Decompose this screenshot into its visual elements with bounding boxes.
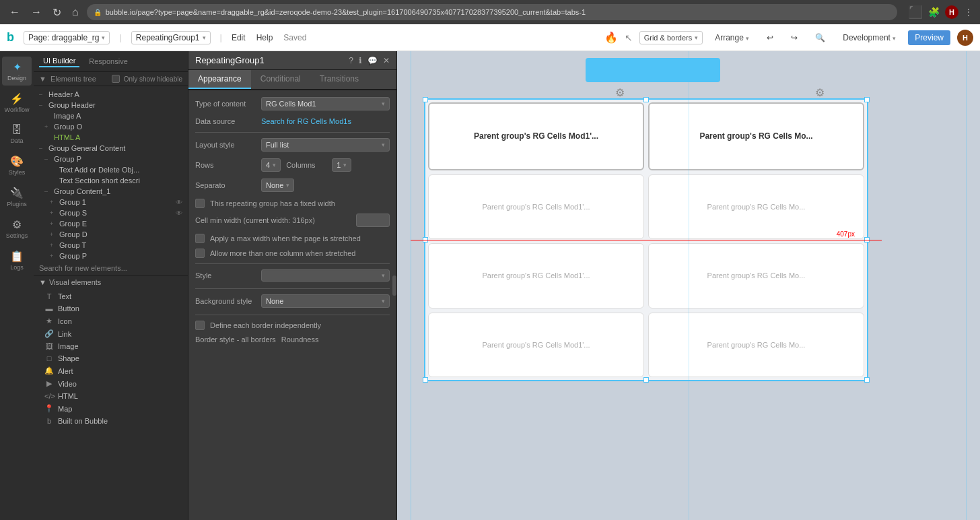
- tab-ui-builder[interactable]: UI Builder: [39, 55, 79, 67]
- sidebar-item-styles[interactable]: 🎨 Styles: [2, 151, 32, 180]
- tree-item-group-d[interactable]: + Group D: [34, 229, 188, 240]
- allow-more-columns-checkbox[interactable]: [195, 249, 205, 258]
- handle-tc[interactable]: [643, 97, 649, 102]
- toolbar-menu: Edit Help Saved: [232, 33, 306, 42]
- flame-icon[interactable]: 🔥: [604, 31, 618, 44]
- tab-responsive[interactable]: Responsive: [85, 56, 131, 67]
- fixed-width-checkbox[interactable]: [195, 199, 205, 208]
- visual-item-alert[interactable]: 🔔 Alert: [34, 364, 188, 377]
- home-button[interactable]: ⌂: [69, 5, 81, 20]
- help-menu[interactable]: Help: [256, 33, 273, 42]
- profile-icon[interactable]: H: [945, 5, 958, 19]
- cell-min-width-input[interactable]: 100: [356, 214, 390, 227]
- arrange-button[interactable]: Arrange ▾: [709, 30, 755, 45]
- development-button[interactable]: Development ▾: [837, 30, 901, 45]
- tree-item-content-1[interactable]: – Group Content_1: [34, 186, 188, 197]
- visual-elements-header[interactable]: ▼ Visual elements: [34, 275, 188, 289]
- user-avatar[interactable]: H: [957, 30, 973, 46]
- search-elements[interactable]: Search for new elements...: [34, 261, 188, 275]
- info-icon[interactable]: ℹ: [359, 56, 362, 65]
- visual-item-image[interactable]: 🖼 Image: [34, 340, 188, 352]
- rows-select[interactable]: 4 ▾: [261, 158, 281, 172]
- help-icon[interactable]: ?: [349, 56, 353, 65]
- visual-item-video[interactable]: ▶ Video: [34, 377, 188, 390]
- menu-icon[interactable]: ⋮: [964, 7, 973, 18]
- visual-item-built-on-bubble[interactable]: b Built on Bubble: [34, 415, 188, 427]
- forward-button[interactable]: →: [28, 5, 44, 20]
- data-source-row: Data source Search for RG Cells Mod1s: [195, 117, 390, 125]
- edit-menu[interactable]: Edit: [232, 33, 246, 42]
- tree-toggle-group-header: –: [39, 102, 46, 108]
- repeating-group-wrapper[interactable]: 407px ⚙ ⚙ Parent group's RG Cells Mod1'.…: [424, 98, 868, 381]
- sidebar-item-settings[interactable]: ⚙ Settings: [2, 214, 32, 243]
- grid-borders-button[interactable]: Grid & borders ▾: [639, 31, 703, 44]
- visual-item-map[interactable]: 📍 Map: [34, 402, 188, 415]
- tree-item-group-e[interactable]: + Group E: [34, 218, 188, 229]
- undo-button[interactable]: ↩: [761, 30, 779, 45]
- comment-icon[interactable]: 💬: [368, 56, 378, 65]
- url-bar[interactable]: 🔒 bubble.io/page?type=page&name=draggabl…: [87, 4, 897, 20]
- redo-button[interactable]: ↪: [785, 30, 803, 45]
- border-independent-checkbox[interactable]: [195, 321, 205, 330]
- ext-icon-1: ⬛: [908, 5, 923, 20]
- sidebar-item-logs[interactable]: 📋 Logs: [2, 246, 32, 275]
- tree-item-group-1[interactable]: + Group 1 👁: [34, 197, 188, 207]
- close-icon[interactable]: ✕: [383, 56, 390, 65]
- sidebar-item-workflow[interactable]: ⚡ Workflow: [2, 88, 32, 117]
- page-selector[interactable]: Page: draggable_rg ▾: [24, 31, 110, 44]
- tree-item-text-section[interactable]: Text Section short descri: [34, 175, 188, 186]
- visual-item-link[interactable]: 🔗 Link: [34, 327, 188, 340]
- tree-item-image-a[interactable]: Image A: [34, 110, 188, 121]
- sidebar-item-data[interactable]: 🗄 Data: [2, 120, 32, 148]
- resize-handle[interactable]: [392, 275, 396, 296]
- background-style-select[interactable]: None ▾: [261, 294, 390, 308]
- tree-item-group-o[interactable]: + Group O: [34, 121, 188, 132]
- tree-item-html-a[interactable]: HTML A: [34, 132, 188, 143]
- data-source-value[interactable]: Search for RG Cells Mod1s: [261, 117, 351, 125]
- tab-conditional[interactable]: Conditional: [251, 70, 310, 89]
- bg-chevron-icon: ▾: [382, 298, 385, 304]
- visual-item-button[interactable]: ▬ Button: [34, 302, 188, 315]
- tree-item-group-header[interactable]: – Group Header: [34, 100, 188, 110]
- handle-tl[interactable]: [423, 97, 428, 102]
- visual-item-shape[interactable]: □ Shape: [34, 352, 188, 364]
- design-icon: ✦: [13, 61, 22, 73]
- ext-icon-2: 🧩: [928, 7, 940, 18]
- handle-tr[interactable]: [864, 97, 870, 102]
- back-button[interactable]: ←: [7, 5, 23, 20]
- tree-item-general-content[interactable]: – Group General Content: [34, 143, 188, 154]
- tab-transitions[interactable]: Transitions: [310, 70, 368, 89]
- columns-select[interactable]: 1 ▾: [332, 158, 351, 172]
- tree-item-group-t[interactable]: + Group T: [34, 240, 188, 251]
- type-content-chevron-icon: ▾: [382, 100, 385, 107]
- page-name: Page: draggable_rg: [28, 33, 99, 42]
- separator-select[interactable]: None ▾: [261, 178, 294, 192]
- handle-bl[interactable]: [423, 377, 428, 383]
- sidebar-item-design[interactable]: ✦ Design: [2, 57, 32, 86]
- tree-item-header-a[interactable]: – Header A: [34, 89, 188, 100]
- layout-style-select[interactable]: Full list ▾: [261, 138, 390, 152]
- plugins-icon: 🔌: [10, 187, 24, 199]
- tree-item-group-p2[interactable]: + Group P: [34, 251, 188, 261]
- handle-br[interactable]: [864, 377, 870, 383]
- tab-appearance[interactable]: Appearance: [188, 70, 251, 89]
- max-width-checkbox[interactable]: [195, 234, 205, 243]
- preview-button[interactable]: Preview: [908, 30, 950, 45]
- type-of-content-select[interactable]: RG Cells Mod1 ▾: [261, 97, 390, 110]
- refresh-button[interactable]: ↻: [50, 5, 64, 20]
- sidebar-item-plugins[interactable]: 🔌 Plugins: [2, 183, 32, 212]
- component-selector[interactable]: RepeatingGroup1 ▾: [131, 31, 211, 44]
- visual-item-text[interactable]: T Text: [34, 290, 188, 302]
- elements-tree-label: Elements tree: [50, 75, 96, 83]
- tree-item-text-add[interactable]: Text Add or Delete Obj...: [34, 164, 188, 175]
- visual-item-icon[interactable]: ★ Icon: [34, 315, 188, 327]
- handle-bc[interactable]: [643, 377, 649, 383]
- tree-item-group-p[interactable]: – Group P: [34, 154, 188, 164]
- canvas-area[interactable]: 407px ⚙ ⚙ Parent group's RG Cells Mod1'.…: [397, 51, 980, 520]
- properties-panel: RepeatingGroup1 ? ℹ 💬 ✕ Appearance Condi…: [188, 51, 397, 520]
- style-select[interactable]: ▾: [261, 269, 390, 282]
- only-show-checkbox[interactable]: [112, 75, 120, 83]
- search-button[interactable]: 🔍: [810, 30, 831, 45]
- tree-item-group-s[interactable]: + Group S 👁: [34, 207, 188, 218]
- visual-item-html[interactable]: </> HTML: [34, 390, 188, 402]
